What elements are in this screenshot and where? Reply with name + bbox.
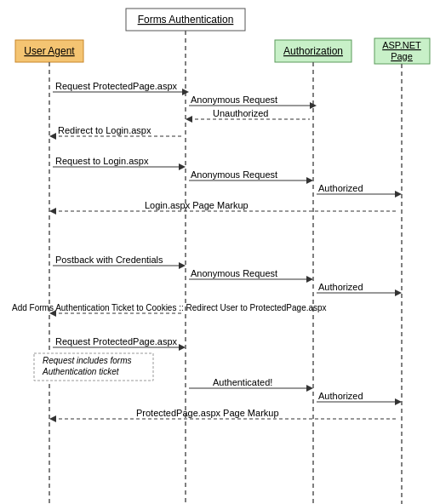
svg-text:Anonymous Request: Anonymous Request <box>191 169 277 180</box>
svg-marker-47 <box>49 310 56 317</box>
svg-marker-56 <box>306 385 313 392</box>
svg-rect-4 <box>275 40 351 62</box>
svg-rect-6 <box>374 38 430 64</box>
svg-marker-23 <box>49 133 56 140</box>
svg-text:Unauthorized: Unauthorized <box>213 108 268 118</box>
svg-text:ProtectedPage.aspx Page Markup: ProtectedPage.aspx Page Markup <box>136 408 279 418</box>
svg-text:Redirect to Login.aspx: Redirect to Login.aspx <box>58 125 151 135</box>
svg-marker-41 <box>306 276 313 283</box>
svg-marker-44 <box>395 289 402 296</box>
svg-text:Authorized: Authorized <box>318 391 363 401</box>
svg-text:Authorized: Authorized <box>318 183 363 193</box>
svg-text:User Agent: User Agent <box>24 45 75 57</box>
svg-text:Authentication ticket: Authentication ticket <box>42 367 120 376</box>
svg-marker-62 <box>49 415 56 422</box>
svg-marker-50 <box>179 344 186 351</box>
svg-text:Anonymous Request: Anonymous Request <box>191 94 277 105</box>
svg-text:Authorization: Authorization <box>283 45 343 57</box>
svg-text:Add Forms Authentication Ticke: Add Forms Authentication Ticket to Cooki… <box>12 303 327 312</box>
svg-marker-29 <box>306 177 313 184</box>
svg-text:Request includes forms: Request includes forms <box>43 356 132 365</box>
svg-text:Anonymous Request: Anonymous Request <box>191 268 277 278</box>
svg-rect-0 <box>126 9 245 31</box>
svg-marker-38 <box>179 262 186 269</box>
sequence-diagram: Forms Authentication User Agent Authoriz… <box>0 0 440 504</box>
svg-text:Postback with Credentials: Postback with Credentials <box>55 255 163 265</box>
svg-rect-52 <box>34 353 153 381</box>
svg-text:Request to Login.aspx: Request to Login.aspx <box>55 156 149 166</box>
svg-text:Authenticated!: Authenticated! <box>213 377 272 387</box>
svg-marker-17 <box>310 102 317 109</box>
svg-text:Login.aspx Page Markup: Login.aspx Page Markup <box>145 200 249 210</box>
svg-marker-32 <box>395 191 402 198</box>
svg-rect-2 <box>15 40 83 62</box>
svg-marker-59 <box>395 398 402 405</box>
svg-text:Page: Page <box>391 51 413 61</box>
svg-text:ASP.NET: ASP.NET <box>382 40 421 50</box>
svg-marker-14 <box>182 89 189 95</box>
svg-text:Forms Authentication: Forms Authentication <box>138 14 234 26</box>
svg-marker-20 <box>186 116 192 123</box>
svg-text:Request ProtectedPage.aspx: Request ProtectedPage.aspx <box>55 336 178 346</box>
svg-text:Authorized: Authorized <box>318 282 363 292</box>
svg-marker-26 <box>179 163 186 170</box>
svg-marker-35 <box>49 208 56 215</box>
svg-text:Request ProtectedPage.aspx: Request ProtectedPage.aspx <box>55 81 178 91</box>
